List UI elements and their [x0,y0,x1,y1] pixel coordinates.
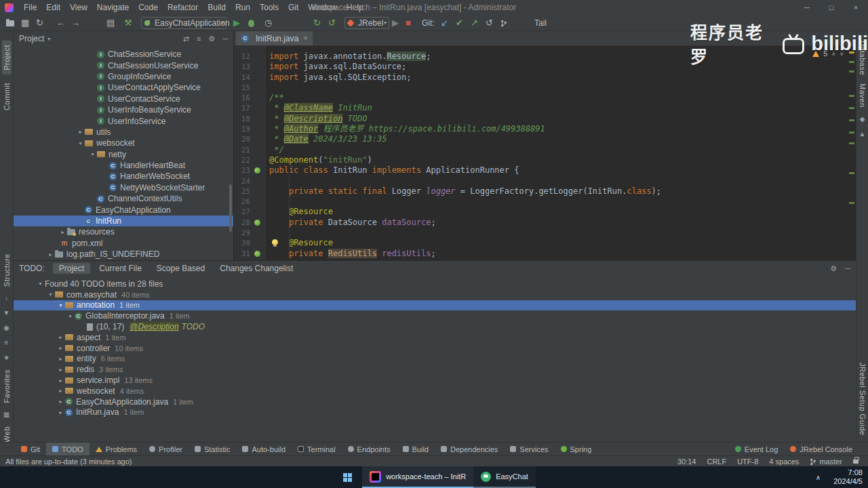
code-line-16[interactable]: 16/** [234,93,856,103]
tool-window-button-jrebel-console[interactable]: JRebel Console [784,443,859,456]
caret-position[interactable]: 30:14 [677,458,696,466]
chevron-right-icon[interactable]: ▸ [56,367,65,373]
code-editor[interactable]: 12import javax.annotation.Resource;13imp… [234,46,856,260]
error-stripe-mark[interactable] [849,95,854,97]
coverage-icon[interactable]: ◷ [264,17,272,29]
tool-window-button-problems[interactable]: Problems [90,443,143,456]
sync-icon[interactable]: ↻ [36,17,43,29]
code-line-17[interactable]: 17 * @ClassName InitRun [234,103,856,113]
line-number[interactable]: 28 [234,218,250,228]
minimize-icon[interactable]: ─ [795,0,819,15]
code-line-27[interactable]: 27 @Resource [234,207,856,217]
line-number[interactable]: 19 [234,124,250,134]
close-icon[interactable]: × [844,0,868,15]
gradle-icon[interactable]: ◆ [860,115,865,123]
tool-window-button-event-log[interactable]: Event Log [729,443,785,456]
open-icon[interactable] [6,17,14,29]
menu-code[interactable]: Code [134,0,163,15]
attach-profiler-icon[interactable]: ▤ [106,17,115,29]
project-tree-item-handlerwebsocket[interactable]: CHandlerWebSocket [14,171,233,182]
code-line-15[interactable]: 15 [234,83,856,93]
todo-tree-item-entity[interactable]: ▸entity6 items [14,354,856,365]
todo-tree-item-service-impl[interactable]: ▸service.impl13 items [14,375,856,386]
chevron-right-icon[interactable]: ▸ [56,378,65,384]
run-disabled-icon[interactable]: ▶ [392,17,399,29]
chevron-down-icon[interactable]: ▾ [36,281,45,287]
chevron-right-icon[interactable]: ▸ [56,409,65,415]
todo-tree-item-com-easychat[interactable]: ▾com.easychat40 items [14,289,856,300]
error-stripe-mark[interactable] [849,119,854,121]
code-line-30[interactable]: 30 @Resource [234,238,856,248]
todo-tab-changes-changelist[interactable]: Changes Changelist [214,263,299,274]
line-number[interactable]: 25 [234,186,250,197]
debug-icon[interactable] [248,17,254,29]
chevron-down-icon[interactable]: ▾ [56,302,65,308]
todo-tab-scope-based[interactable]: Scope Based [151,263,211,274]
collapse-all-icon[interactable]: ≡ [197,35,201,43]
tray-expand-icon[interactable]: ∧ [816,466,821,488]
line-number[interactable]: 20 [234,134,250,144]
line-number[interactable]: 12 [234,52,250,62]
line-number[interactable]: 23 [234,165,250,176]
layout-icon[interactable]: ≡ [5,339,9,347]
code-line-21[interactable]: 21 */ [234,145,856,155]
spring-bean-icon[interactable] [254,251,260,257]
project-tree-item-nettywebsocketstarter[interactable]: CNettyWebSocketStarter [14,182,233,193]
error-stripe-mark[interactable] [849,142,854,144]
project-tree-item-chatsessionservice[interactable]: IChatSessionService [14,49,233,60]
readonly-lock-icon[interactable] [853,460,859,464]
download-icon[interactable]: ↓ [5,294,8,302]
project-scrollbar[interactable] [229,184,232,232]
tool-window-button-services[interactable]: Services [504,443,554,456]
todo-tree-item-aspect[interactable]: ▸aspect1 item [14,332,856,343]
project-tree-item-channelcontextutils[interactable]: CChannelContextUtils [14,193,233,204]
start-button[interactable] [332,466,362,488]
project-panel-title[interactable]: Project [19,34,44,43]
project-tree-item-log-path-is-undefined[interactable]: ▸log.path_IS_UNDEFINED [14,249,233,260]
run-configuration-combo[interactable]: EasyChatApplication ▾ [141,17,226,29]
chevron-right-icon[interactable]: ▸ [56,399,65,405]
code-line-23[interactable]: 23public class InitRun implements Applic… [234,165,856,176]
taskbar-app-easychat[interactable]: EasyChat [473,466,536,488]
tool-window-button-build[interactable]: Build [397,443,435,456]
chevron-right-icon[interactable]: ▸ [56,334,65,340]
maximize-icon[interactable]: □ [819,0,844,15]
line-number[interactable]: 21 [234,145,250,155]
project-tree-item-websocket[interactable]: ▾websocket [14,138,233,148]
git-branch-widget[interactable]: master [810,458,842,466]
tool-window-button-auto-build[interactable]: Auto-build [236,443,292,456]
save-all-icon[interactable]: ▦ [21,17,29,29]
error-stripe-mark[interactable] [849,107,854,109]
tool-button-commit[interactable]: Commit [3,83,11,110]
git-branch-icon[interactable] [500,17,510,29]
menu-tools[interactable]: Tools [255,0,283,15]
menu-file[interactable]: File [19,0,41,15]
line-number[interactable]: 14 [234,73,250,83]
close-tab-icon[interactable]: × [303,35,307,42]
code-line-19[interactable]: 19 * @Author 程序员老罗 https://space.bilibil… [234,124,856,134]
back-icon[interactable]: ← [56,17,65,29]
menu-navigate[interactable]: Navigate [92,0,134,15]
line-separator[interactable]: CRLF [707,458,726,466]
filter-icon[interactable]: ▼ [3,309,10,317]
spring-bean-icon[interactable] [254,220,260,226]
project-tree-item-userinfoservice[interactable]: IUserInfoService [14,115,233,126]
chevron-down-icon[interactable]: ▾ [88,151,97,157]
git-update-icon[interactable]: ↙ [441,17,448,29]
error-stripe-mark[interactable] [849,131,854,134]
todo-tree-item-initrun-java[interactable]: ▸CInitRun.java1 item [14,407,856,418]
todo-tree-item-easychatapplication-java[interactable]: ▸CEasyChatApplication.java1 item [14,396,856,407]
indent-style[interactable]: 4 spaces [769,458,799,466]
code-line-14[interactable]: 14import java.sql.SQLException; [234,73,856,83]
hide-panel-icon[interactable]: ─ [845,264,850,273]
pin-icon[interactable]: ◉ [3,324,9,332]
menu-run[interactable]: Run [231,0,255,15]
code-line-28[interactable]: 28 private DataSource dataSource; [234,218,856,228]
file-encoding[interactable]: UTF-8 [737,458,758,466]
forward-icon[interactable]: → [71,17,80,29]
git-history-icon[interactable]: ↺ [486,17,493,29]
line-number[interactable]: 30 [234,238,250,248]
todo-tab-current-file[interactable]: Current File [93,263,148,274]
todo-tree-item-annotation[interactable]: ▾annotation1 item [14,300,856,311]
tool-button-maven[interactable]: Maven [859,83,867,108]
